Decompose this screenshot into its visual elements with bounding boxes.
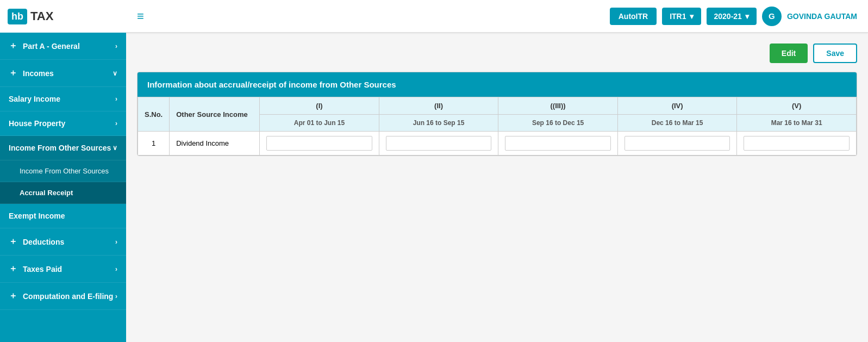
cell-col5[interactable] [737,132,857,156]
col-5-date: Mar 16 to Mar 31 [737,115,857,132]
sidebar-item-label: Incomes [23,69,54,78]
content-area: Edit Save Information about accrual/rece… [126,33,868,342]
sidebar-item-computation-and-efiling[interactable]: ＋ Computation and E-filing › [0,283,126,310]
col-4-roman: (IV) [617,97,737,115]
col-3-date: Sep 16 to Dec 15 [498,115,618,132]
sidebar-item-taxes-paid[interactable]: ＋ Taxes Paid › [0,256,126,283]
chevron-right-icon: › [115,95,117,103]
sidebar-item-house-property[interactable]: House Property › [0,111,126,136]
chevron-down-icon: ∨ [113,70,117,77]
chevron-down-icon: ∨ [113,144,117,152]
sidebar-item-label: Salary Income [9,95,60,103]
col-sno: S.No. [138,97,170,132]
sidebar-item-deductions[interactable]: ＋ Deductions › [0,228,126,256]
logo: hb TAX [0,0,126,33]
chevron-right-icon: › [115,293,117,300]
avatar: G [762,7,782,26]
col-4-date: Dec 16 to Mar 15 [617,115,737,132]
cell-item-name: Dividend Income [170,132,260,156]
sidebar-item-salary-income[interactable]: Salary Income › [0,87,126,111]
sidebar-item-label: Computation and E-filing [23,292,113,301]
user-name: GOVINDA GAUTAM [787,12,857,21]
sidebar-item-label: Taxes Paid [23,265,62,273]
table-title: Information about accrual/receipt of inc… [138,72,857,97]
sidebar-item-part-a-general[interactable]: ＋ Part A - General › [0,33,126,60]
chevron-right-icon: › [115,120,117,127]
plus-icon: ＋ [9,263,17,275]
cell-col3[interactable] [498,132,618,156]
input-col2[interactable] [386,136,492,151]
table-card: Information about accrual/receipt of inc… [137,72,857,156]
sidebar-sub-item-accrual-receipt[interactable]: Accrual Receipt [0,182,126,204]
cell-col1[interactable] [260,132,379,156]
cell-col4[interactable] [617,132,737,156]
col-5-roman: (V) [737,97,857,115]
input-col4[interactable] [625,136,730,151]
sidebar-item-incomes[interactable]: ＋ Incomes ∨ [0,60,126,87]
cell-col2[interactable] [379,132,498,156]
chevron-down-icon: ▾ [745,12,749,21]
main: ≡ AutoITR ITR1 ▾ 2020-21 ▾ G GOVINDA GAU… [126,0,868,342]
col-1-date: Apr 01 to Jun 15 [260,115,379,132]
cell-sno: 1 [138,132,170,156]
chevron-right-icon: › [115,265,117,273]
col-1-roman: (I) [260,97,379,115]
plus-icon: ＋ [9,67,17,79]
itr1-dropdown[interactable]: ITR1 ▾ [662,8,701,25]
autoitr-button[interactable]: AutoITR [610,8,657,25]
plus-icon: ＋ [9,290,17,302]
col-2-roman: (II) [379,97,498,115]
sidebar: hb TAX ＋ Part A - General › ＋ Incomes ∨ … [0,0,126,342]
chevron-down-icon: ▾ [690,12,694,21]
sidebar-item-label: Part A - General [23,42,80,51]
chevron-right-icon: › [115,42,117,50]
sidebar-sub-section: Income From Other Sources Accrual Receip… [0,160,126,204]
logo-tax: TAX [30,9,53,23]
save-button[interactable]: Save [813,43,857,63]
col-2-date: Jun 16 to Sep 15 [379,115,498,132]
topnav-right: AutoITR ITR1 ▾ 2020-21 ▾ G GOVINDA GAUTA… [610,7,857,26]
sidebar-sub-item-income-from-other-sources[interactable]: Income From Other Sources [0,160,126,182]
col-other-source: Other Source Income [170,97,260,132]
hamburger-icon[interactable]: ≡ [137,9,144,23]
table-row: 1Dividend Income [138,132,857,156]
topnav: ≡ AutoITR ITR1 ▾ 2020-21 ▾ G GOVINDA GAU… [126,0,868,33]
input-col1[interactable] [266,136,372,151]
sidebar-item-label: Income From Other Sources [9,144,111,152]
plus-icon: ＋ [9,236,17,247]
edit-button[interactable]: Edit [770,43,808,63]
year-dropdown[interactable]: 2020-21 ▾ [707,8,757,25]
logo-hb: hb [8,9,27,24]
sidebar-item-label: Exempt Income [9,212,65,220]
action-bar: Edit Save [137,43,857,63]
sidebar-item-label: House Property [9,119,65,128]
sidebar-item-label: Deductions [23,238,64,246]
input-col3[interactable] [505,136,611,151]
sidebar-item-exempt-income[interactable]: Exempt Income [0,204,126,228]
chevron-right-icon: › [115,238,117,246]
input-col5[interactable] [744,136,850,151]
plus-icon: ＋ [9,40,17,52]
accrual-table: S.No. Other Source Income (I) (II) ((III… [138,97,857,156]
col-3-roman: ((III)) [498,97,618,115]
sidebar-item-income-from-other-sources[interactable]: Income From Other Sources ∨ [0,136,126,160]
